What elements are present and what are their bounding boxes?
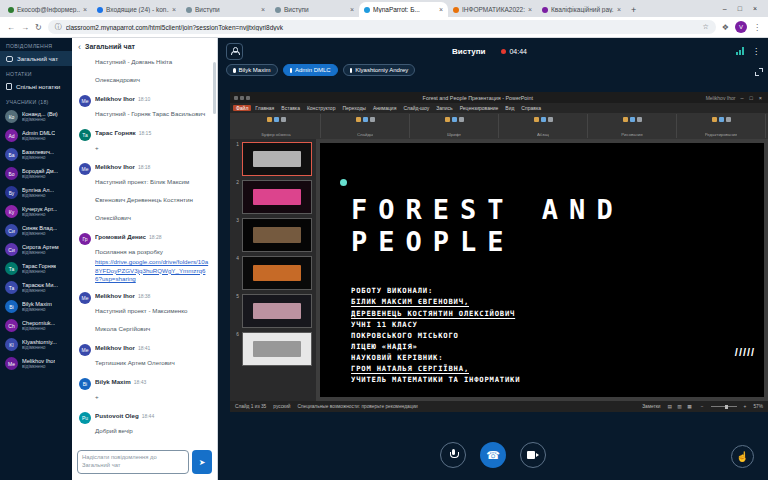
slide-thumbnail[interactable]: 1 <box>234 142 312 176</box>
ppt-maximize-icon[interactable]: □ <box>749 95 752 101</box>
participant-item[interactable]: Kl Klyashtorniy... відімкнено <box>0 335 72 354</box>
ribbon-tab[interactable]: Рецензирование <box>457 105 502 111</box>
webcam-button[interactable] <box>520 442 546 468</box>
chat-scrollbar[interactable] <box>213 62 216 114</box>
tab-close-icon[interactable]: × <box>350 6 354 13</box>
browser-tab[interactable]: Екософ@Інформер... × <box>3 2 92 17</box>
slide-thumbnail[interactable]: 6 <box>234 332 312 366</box>
ribbon-group[interactable]: Редактирование <box>677 114 766 138</box>
tab-title: Виступи <box>195 6 258 13</box>
mute-button[interactable] <box>440 442 466 468</box>
browser-tab[interactable]: Виступи × <box>181 2 270 17</box>
talking-indicator-badge[interactable]: Bilyk Maxim <box>226 64 278 76</box>
message-time: 18:43 <box>134 379 147 385</box>
talking-indicator-badge[interactable]: Admin DMLC <box>283 64 338 76</box>
participant-item[interactable]: Бо Бородай Дм... відімкнено <box>0 164 72 183</box>
ribbon-group[interactable]: Абзац <box>499 114 588 138</box>
recording-indicator[interactable]: 04:44 <box>501 48 527 55</box>
participant-item[interactable]: Ба Базилевич... відімкнено <box>0 145 72 164</box>
ribbon-group[interactable]: Шрифт <box>410 114 499 138</box>
ribbon-tab[interactable]: Файл <box>233 105 251 111</box>
slide-thumbnail-image <box>242 142 312 176</box>
sidebar-item-shared-notes[interactable]: Спільні нотатки <box>0 79 72 94</box>
sidebar-item-public-chat[interactable]: Загальний чат <box>0 51 72 66</box>
connection-status-icon[interactable] <box>736 47 744 55</box>
tab-close-icon[interactable]: × <box>261 6 265 13</box>
site-info-icon[interactable]: ⓘ <box>55 22 62 32</box>
browser-tab[interactable]: MynaParrot: Б... × <box>359 2 448 17</box>
participants-toggle-button[interactable] <box>226 43 243 60</box>
ribbon-group[interactable]: Буфер обмена <box>232 114 321 138</box>
options-menu-icon[interactable]: ⋮ <box>752 47 760 56</box>
ribbon-tab[interactable]: Главная <box>252 105 277 111</box>
accessibility-status[interactable]: Специальные возможности: проверьте реком… <box>298 404 418 409</box>
participant-avatar: Ch <box>5 319 18 332</box>
ribbon-tab[interactable]: Переходы <box>339 105 368 111</box>
notes-button[interactable]: Заметки <box>642 404 660 409</box>
participant-item[interactable]: Бу Булгіна Ал... відімкнено <box>0 183 72 202</box>
ribbon-tab[interactable]: Запись <box>433 105 455 111</box>
participant-item[interactable]: Ку Кучерук Арт... відімкнено <box>0 202 72 221</box>
browser-tab[interactable]: ІНФОРМАТИКА2022: Р... × <box>448 2 537 17</box>
participant-item[interactable]: Та Тарас Горняк відімкнено <box>0 259 72 278</box>
tab-close-icon[interactable]: × <box>172 6 176 13</box>
talking-indicator-badge[interactable]: Klyashtorniy Andrey <box>343 64 416 76</box>
participant-status: відімкнено <box>22 212 57 217</box>
slide-thumbnail[interactable]: 3 <box>234 218 312 252</box>
browser-tab[interactable]: Виступи × <box>270 2 359 17</box>
ppt-minimize-icon[interactable]: – <box>740 95 743 101</box>
ppt-close-icon[interactable]: × <box>759 95 762 101</box>
tab-close-icon[interactable]: × <box>439 6 443 13</box>
new-tab-button[interactable]: + <box>631 5 636 15</box>
ribbon-tab[interactable]: Конструктор <box>304 105 339 111</box>
slide-thumbnail[interactable]: 2 <box>234 180 312 214</box>
ribbon-tab[interactable]: Слайд-шоу <box>400 105 432 111</box>
window-maximize-button[interactable]: □ <box>738 5 742 12</box>
tab-close-icon[interactable]: × <box>83 6 87 13</box>
tab-close-icon[interactable]: × <box>528 6 532 13</box>
extensions-icon[interactable]: ❖ <box>722 23 729 32</box>
ppt-window-controls: – □ × <box>740 95 764 101</box>
participant-item[interactable]: Me Melikhov Ihor відімкнено <box>0 354 72 373</box>
profile-avatar[interactable]: V <box>735 21 747 33</box>
message-link[interactable]: https://drive.google.com/drive/folders/1… <box>95 258 210 283</box>
participant-item[interactable]: Ad Admin DMLC відімкнено <box>0 126 72 145</box>
browser-tab[interactable]: Кваліфікаційний рау... × <box>537 2 626 17</box>
window-minimize-button[interactable]: – <box>723 5 727 12</box>
slide-thumbnail[interactable]: 5 <box>234 294 312 328</box>
ribbon-tab[interactable]: Вставка <box>278 105 303 111</box>
window-close-button[interactable]: × <box>753 5 757 12</box>
bookmark-star-icon[interactable]: ☆ <box>703 23 709 31</box>
forward-icon[interactable]: → <box>21 23 29 32</box>
send-message-button[interactable]: ➤ <box>192 450 212 474</box>
view-buttons[interactable]: ▤ ▥ ▦ <box>668 404 694 409</box>
participant-item[interactable]: Bi Bilyk Maxim відімкнено <box>0 297 72 316</box>
ribbon-group[interactable]: Слайды <box>321 114 410 138</box>
leave-audio-button[interactable]: ☎ <box>480 442 506 468</box>
chat-back-icon[interactable]: ‹ <box>78 42 81 52</box>
ribbon-tab[interactable]: Анимация <box>370 105 399 111</box>
url-bar[interactable]: ⓘ classroom2.mynaparrot.com/html5client/… <box>48 20 716 34</box>
participant-item[interactable]: Си Синяк Влад... відімкнено <box>0 221 72 240</box>
chat-message-input[interactable]: Надіслати повідомлення до Загальний чат <box>77 450 189 474</box>
zoom-slider[interactable] <box>711 406 737 407</box>
back-icon[interactable]: ← <box>7 23 15 32</box>
zoom-out-icon[interactable]: − <box>701 404 704 409</box>
reload-icon[interactable]: ↻ <box>35 23 42 32</box>
ribbon-group[interactable]: Рисование <box>588 114 677 138</box>
slide-thumbnail[interactable]: 4 <box>234 256 312 290</box>
browser-tab[interactable]: Входящие (24) - kon... × <box>92 2 181 17</box>
participant-item[interactable]: Ко Конанд... (Ви) відімкнено <box>0 107 72 126</box>
fullscreen-icon[interactable] <box>755 68 763 76</box>
ribbon-tab[interactable]: Вид <box>502 105 517 111</box>
browser-menu-icon[interactable]: ⋮ <box>753 23 761 32</box>
message-author: Melikhov Ihor <box>95 292 135 299</box>
tab-close-icon[interactable]: × <box>617 6 621 13</box>
zoom-in-icon[interactable]: + <box>744 404 747 409</box>
language-indicator[interactable]: русский <box>273 404 290 409</box>
participant-item[interactable]: Та Тарасюк Ми... відімкнено <box>0 278 72 297</box>
participant-item[interactable]: Си Сирота Артем відімкнено <box>0 240 72 259</box>
raise-hand-button[interactable]: ☝ <box>731 445 754 468</box>
participant-item[interactable]: Ch Cheporniuk... відімкнено <box>0 316 72 335</box>
ribbon-tab[interactable]: Справка <box>518 105 544 111</box>
